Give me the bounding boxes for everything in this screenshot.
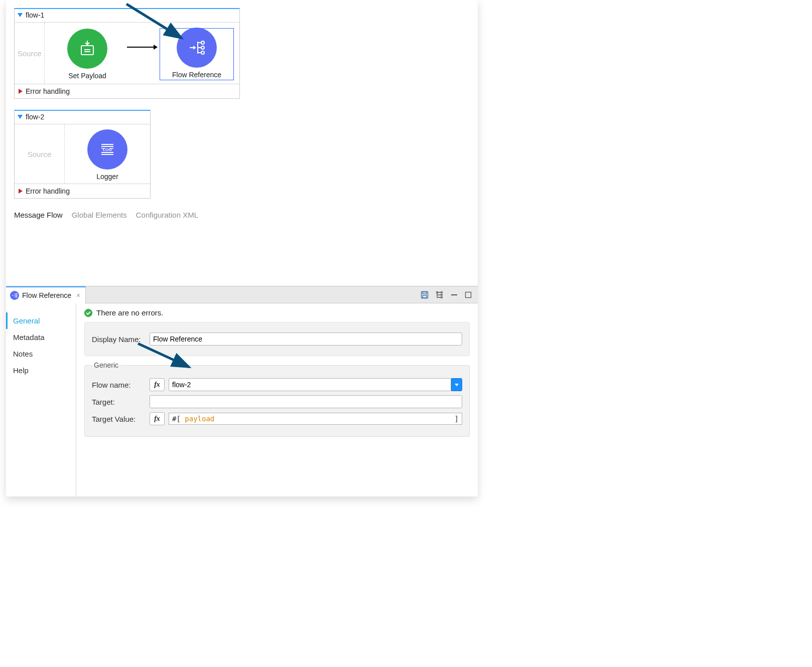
save-icon[interactable] — [421, 291, 429, 299]
target-value-label: Target Value: — [92, 415, 150, 423]
flow-name: flow-1 — [26, 11, 44, 19]
processor-logger[interactable]: LOG Logger — [70, 129, 145, 181]
flow-name: flow-2 — [26, 113, 44, 121]
tab-message-flow[interactable]: Message Flow — [14, 211, 63, 219]
expand-icon[interactable] — [19, 89, 23, 94]
chevron-down-icon[interactable] — [451, 378, 462, 391]
svg-point-6 — [16, 293, 17, 294]
connector-arrow — [127, 47, 157, 48]
sidebar-item-help[interactable]: Help — [6, 362, 76, 379]
logger-icon: LOG — [87, 129, 127, 170]
properties-sidebar: General Metadata Notes Help — [6, 303, 76, 496]
svg-point-3 — [201, 51, 204, 54]
properties-tab[interactable]: Flow Reference × — [6, 286, 86, 303]
expand-icon[interactable] — [19, 189, 23, 194]
svg-rect-17 — [466, 292, 471, 297]
sidebar-item-metadata[interactable]: Metadata — [6, 329, 76, 346]
generic-legend: Generic — [92, 361, 120, 369]
source-slot[interactable]: Source — [15, 124, 65, 184]
svg-rect-16 — [451, 294, 457, 295]
error-handling-section[interactable]: Error handling — [15, 84, 239, 98]
close-icon[interactable]: × — [76, 291, 80, 299]
svg-point-2 — [201, 46, 204, 49]
status-row: There are no errors. — [84, 308, 470, 317]
tab-global-elements[interactable]: Global Elements — [72, 211, 127, 219]
flow-reference-icon — [10, 291, 19, 300]
svg-rect-10 — [423, 292, 427, 294]
display-name-input[interactable] — [150, 332, 462, 346]
source-slot[interactable]: Source — [15, 23, 45, 84]
sidebar-item-notes[interactable]: Notes — [6, 346, 76, 362]
flow-header[interactable]: flow-1 — [15, 9, 239, 22]
display-name-label: Display Name: — [92, 335, 150, 344]
svg-point-14 — [441, 294, 443, 295]
target-label: Target: — [92, 398, 150, 406]
tree-icon[interactable] — [436, 291, 444, 299]
flow-header[interactable]: flow-2 — [15, 111, 150, 124]
minimize-icon[interactable] — [451, 291, 458, 299]
maximize-icon[interactable] — [465, 291, 472, 299]
set-payload-icon — [67, 29, 107, 69]
fx-button[interactable]: fx — [150, 378, 165, 391]
svg-point-13 — [441, 291, 443, 293]
svg-point-15 — [441, 296, 443, 298]
svg-rect-11 — [423, 295, 427, 298]
ok-icon — [84, 309, 92, 317]
sidebar-item-general[interactable]: General — [6, 312, 76, 329]
collapse-icon[interactable] — [18, 115, 23, 119]
fx-button[interactable]: fx — [150, 412, 165, 425]
properties-panel: Flow Reference × — [6, 286, 478, 496]
svg-point-8 — [16, 296, 17, 297]
flow-container-1[interactable]: flow-1 Source Set Payload — [14, 8, 240, 99]
target-value-input[interactable]: #[ payload ] — [169, 413, 462, 425]
editor-tab-bar: Message Flow Global Elements Configurati… — [14, 211, 470, 219]
processor-flow-reference[interactable]: Flow Reference — [159, 28, 234, 81]
svg-point-1 — [201, 41, 204, 44]
flow-name-select[interactable] — [169, 378, 451, 391]
target-input[interactable] — [150, 395, 462, 408]
flow-name-label: Flow name: — [92, 381, 150, 389]
tab-configuration-xml[interactable]: Configuration XML — [136, 211, 198, 219]
flow-container-2[interactable]: flow-2 Source LOG Logger — [14, 110, 151, 199]
error-handling-section[interactable]: Error handling — [15, 184, 150, 198]
flow-reference-icon — [177, 28, 217, 68]
svg-point-7 — [16, 295, 17, 296]
processor-set-payload[interactable]: Set Payload — [50, 29, 125, 80]
collapse-icon[interactable] — [18, 13, 23, 17]
